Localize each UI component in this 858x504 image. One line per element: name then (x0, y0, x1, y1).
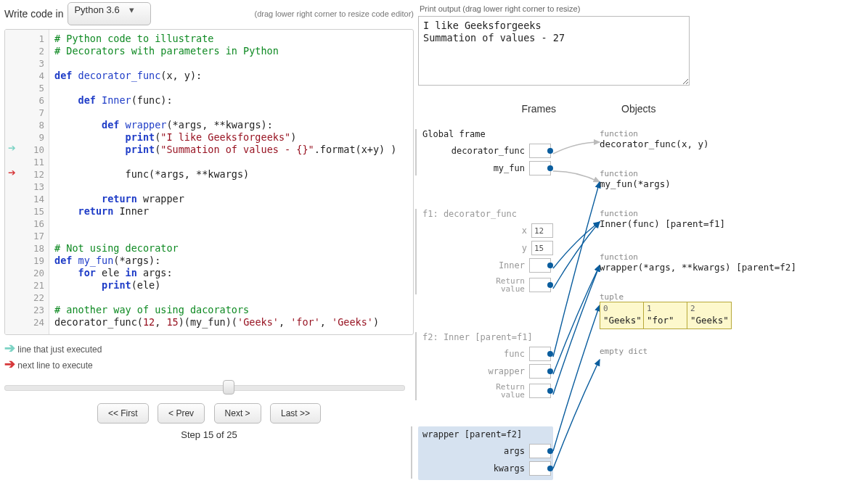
next-arrow-icon: ➔ (8, 166, 16, 178)
line-number: 20 (27, 267, 44, 279)
pointer-dot (547, 351, 553, 357)
code-line[interactable]: def Inner(func): (54, 94, 173, 107)
frame-var-name: Returnvalue (481, 277, 529, 293)
editor-gutter: 123456789101112131415161718192021222324 … (5, 30, 49, 334)
pointer-dot (547, 466, 553, 471)
code-line[interactable]: print(ele) (54, 279, 160, 292)
frame-row: Returnvalue (422, 380, 553, 402)
line-number: 24 (27, 316, 44, 329)
objects-header: Objects (621, 103, 655, 115)
frame-row: wrapper (422, 363, 553, 380)
code-line[interactable]: return Inner (54, 205, 149, 218)
arrow-green-icon: ➔ (4, 341, 15, 355)
frame-box: f1: decorator_funcx12y15InnerReturnvalue (422, 209, 553, 296)
code-line[interactable]: print("I like Geeksforgeeks") (54, 131, 296, 144)
pointer-dot (547, 165, 553, 171)
line-number: 10 (27, 144, 44, 156)
line-number: 12 (27, 168, 44, 181)
pointer-arrow (553, 182, 600, 357)
language-select[interactable]: Python 3.6 ▾ (68, 2, 151, 25)
exec-arrow-icon: ➔ (8, 141, 16, 154)
frame-row: Inner (422, 257, 553, 274)
frame-title: f2: Inner [parent=f1] (422, 332, 553, 342)
frame-var-cell: 15 (531, 241, 553, 255)
prev-button[interactable]: < Prev (158, 403, 205, 424)
code-line[interactable]: for ele in args: (54, 267, 173, 279)
code-line[interactable]: print("Summation of values - {}".format(… (54, 144, 396, 156)
legend-next: next line to execute (17, 360, 92, 371)
line-number: 16 (27, 218, 44, 230)
line-number: 3 (27, 57, 44, 70)
frame-var-name: Returnvalue (481, 383, 529, 399)
last-button[interactable]: Last >> (270, 403, 321, 424)
line-number: 11 (27, 156, 44, 168)
frame-box: f2: Inner [parent=f1]funcwrapperReturnva… (422, 332, 553, 402)
pointer-arrow (553, 142, 600, 154)
language-select-value: Python 3.6 (74, 4, 119, 15)
pointer-dot (547, 448, 553, 454)
slider-track (4, 385, 405, 391)
code-line[interactable]: def my_fun(*args): (54, 255, 160, 267)
code-line[interactable]: # Python code to illustrate (54, 33, 213, 45)
line-number: 6 (27, 94, 44, 107)
code-line[interactable]: # Decorators with parameters in Python (54, 45, 279, 57)
line-number: 13 (27, 181, 44, 193)
frames-header: Frames (418, 103, 556, 115)
pointer-dot (547, 368, 553, 374)
object-item: empty dict (600, 347, 647, 356)
pointer-arrow (553, 222, 600, 289)
code-line[interactable]: def decorator_func(x, y): (54, 70, 202, 82)
frame-title: Global frame (422, 129, 553, 139)
code-line[interactable]: func(*args, **kwargs) (54, 168, 249, 181)
code-line[interactable]: decorator_func(12, 15)(my_fun)('Geeks', … (54, 316, 379, 329)
frame-row: my_fun (422, 160, 553, 177)
line-number: 5 (27, 82, 44, 94)
slider-knob[interactable] (223, 380, 234, 394)
pointer-arrow (553, 265, 600, 394)
line-number: 23 (27, 304, 44, 316)
pointer-arrow (553, 265, 600, 374)
line-number: 8 (27, 119, 44, 131)
line-number: 19 (27, 255, 44, 267)
frame-box: Global framedecorator_funcmy_fun (422, 129, 553, 177)
write-code-label: Write code in (4, 8, 63, 20)
frame-row: Returnvalue (422, 274, 553, 296)
frame-var-name: x (483, 226, 531, 236)
step-slider[interactable] (4, 380, 405, 393)
next-button[interactable]: Next > (214, 403, 261, 424)
frame-row: func (422, 345, 553, 363)
line-number: 9 (27, 131, 44, 144)
execution-legend: ➔ line that just executed ➔ next line to… (4, 341, 414, 373)
object-item: functionwrapper(*args, **kwargs) [parent… (600, 252, 796, 273)
frame-var-name: kwargs (481, 463, 529, 474)
chevron-down-icon: ▾ (129, 4, 134, 15)
object-item: tuple0"Geeks"1"for"2"Geeks" (600, 292, 732, 329)
code-line[interactable]: # Not using decorator (54, 242, 179, 255)
frame-var-name: y (483, 243, 531, 253)
frame-row: x12 (422, 222, 553, 239)
line-number: 1 (27, 33, 44, 45)
code-line[interactable]: return wrapper (54, 193, 184, 205)
pointer-arrow (553, 222, 600, 268)
line-number: 22 (27, 292, 44, 304)
code-line[interactable]: # another way of using dacorators (54, 304, 249, 316)
pointer-arrow (553, 360, 600, 468)
frame-var-name: args (481, 446, 529, 456)
first-button[interactable]: << First (97, 403, 149, 424)
frame-row: y15 (422, 239, 553, 257)
pointer-dot (547, 282, 553, 288)
output-label: Print output (drag lower right corner to… (420, 4, 858, 13)
tuple-cell: 1"for" (644, 302, 687, 329)
frame-var-name: my_fun (481, 163, 529, 173)
frame-var-cell: 12 (531, 223, 553, 238)
pointer-arrow (553, 171, 600, 182)
line-number: 2 (27, 45, 44, 57)
output-box[interactable]: I like Geeksforgeeks Summation of values… (418, 16, 690, 86)
object-item: functiondecorator_func(x, y) (600, 129, 709, 149)
code-line[interactable]: def wrapper(*args, **kwargs): (54, 119, 273, 131)
pointer-dot (547, 148, 553, 154)
code-editor[interactable]: 123456789101112131415161718192021222324 … (4, 29, 414, 335)
frame-row: decorator_func (422, 142, 553, 160)
line-number: 18 (27, 242, 44, 255)
object-item: functionmy_fun(*args) (600, 169, 671, 189)
